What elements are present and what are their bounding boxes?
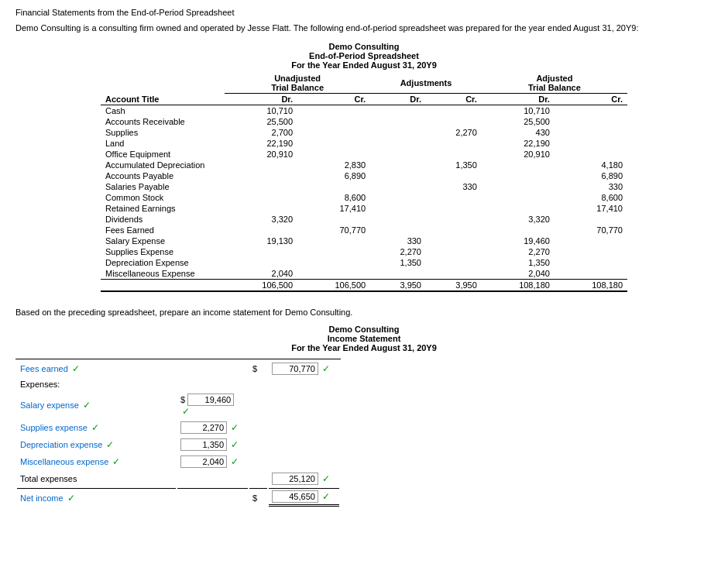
table-row: Accounts Payable6,8906,890 (101, 170, 627, 181)
total-expenses-input[interactable]: 25,120 (272, 473, 318, 485)
spreadsheet-subtitle: End-of-Period Spreadsheet (15, 51, 713, 60)
unadjusted-header: Unadjusted Trial Balance (225, 73, 370, 94)
depreciation-input[interactable]: 1,350 (180, 438, 227, 451)
net-income-label[interactable]: Net income (20, 493, 64, 503)
table-row: Depreciation Expense1,3501,350 (101, 257, 627, 268)
supplies-check: ✓ (91, 422, 99, 433)
spreadsheet-period: For the Year Ended August 31, 20Y9 (15, 60, 713, 70)
misc-value-check: ✓ (231, 456, 239, 467)
net-income-value-check: ✓ (322, 491, 330, 502)
income-company: Demo Consulting (15, 325, 713, 334)
depreciation-check: ✓ (106, 439, 114, 450)
misc-check: ✓ (112, 456, 120, 467)
table-row: Retained Earnings17,41017,410 (101, 203, 627, 214)
salary-label[interactable]: Salary expense (20, 400, 79, 410)
fees-earned-input[interactable]: 70,770 (272, 363, 318, 375)
table-row: Dividends3,3203,320 (101, 214, 627, 225)
salary-check: ✓ (83, 400, 91, 411)
table-row: Accounts Receivable25,50025,500 (101, 116, 627, 127)
table-row: Miscellaneous Expense2,0402,040 (101, 268, 627, 280)
supplies-row: Supplies expense ✓ 2,270 ✓ (17, 420, 339, 435)
misc-input[interactable]: 2,040 (180, 455, 227, 468)
net-income-check: ✓ (67, 493, 75, 504)
misc-label[interactable]: Miscellaneous expense (20, 457, 108, 466)
table-row: Fees Earned70,77070,770 (101, 225, 627, 235)
col-dr1: Dr. (225, 94, 297, 105)
expenses-label: Expenses: (17, 378, 339, 390)
depreciation-label[interactable]: Depreciation expense (20, 440, 102, 449)
salary-row: Salary expense ✓ $ 19,460 ✓ (17, 392, 339, 418)
total-expenses-label: Total expenses (17, 471, 176, 486)
net-income-input[interactable]: 45,650 (272, 490, 318, 503)
income-subtitle: Income Statement (15, 334, 713, 343)
table-row: Cash10,71010,710 (101, 105, 627, 117)
table-row: Accumulated Depreciation2,8301,3504,180 (101, 160, 627, 170)
salary-input[interactable]: 19,460 (187, 394, 234, 406)
fees-earned-row: Fees earned ✓ $ 70,770 ✓ (17, 361, 339, 376)
total-expenses-row: Total expenses 25,120 ✓ (17, 471, 339, 486)
adjusted-header: Adjusted Trial Balance (482, 73, 627, 94)
income-period: For the Year Ended August 31, 20Y9 (15, 343, 713, 352)
table-row: Supplies Expense2,2702,270 (101, 246, 627, 257)
col-cr1: Cr. (297, 94, 370, 105)
salary-dollar: $ (180, 395, 185, 404)
depreciation-row: Depreciation expense ✓ 1,350 ✓ (17, 437, 339, 452)
col-account: Account Title (101, 94, 225, 105)
table-row: Land22,19022,190 (101, 138, 627, 149)
totals-row: 106,500 106,500 3,950 3,950 108,180 108,… (101, 280, 627, 292)
expenses-label-row: Expenses: (17, 378, 339, 390)
net-income-dollar: $ (249, 488, 267, 507)
supplies-input[interactable]: 2,270 (180, 421, 227, 434)
table-row: Salary Expense19,13033019,460 (101, 235, 627, 246)
fees-value-check: ✓ (322, 363, 330, 374)
table-row: Supplies2,7002,270430 (101, 127, 627, 138)
page-title: Financial Statements from the End-of-Per… (15, 8, 713, 17)
adjustments-header: Adjustments (370, 73, 482, 94)
table-row: Common Stock8,6008,600 (101, 192, 627, 203)
misc-row: Miscellaneous expense ✓ 2,040 ✓ (17, 454, 339, 469)
net-income-row: Net income ✓ $ 45,650 ✓ (17, 488, 339, 507)
intro-text: Demo Consulting is a consulting firm own… (15, 23, 713, 33)
fees-dollar: $ (249, 361, 267, 376)
spreadsheet-company: Demo Consulting (15, 42, 713, 51)
total-expenses-check: ✓ (322, 473, 330, 484)
fees-earned-check: ✓ (72, 363, 80, 374)
depreciation-value-check: ✓ (231, 439, 239, 450)
table-row: Office Equipment20,91020,910 (101, 149, 627, 160)
col-dr2: Dr. (370, 94, 426, 105)
income-intro: Based on the preceding spreadsheet, prep… (15, 308, 713, 317)
supplies-label[interactable]: Supplies expense (20, 423, 88, 432)
col-cr2: Cr. (426, 94, 482, 105)
salary-value-check: ✓ (182, 406, 190, 417)
table-row: Salaries Payable330330 (101, 181, 627, 192)
supplies-value-check: ✓ (231, 422, 239, 433)
col-cr3: Cr. (555, 94, 627, 105)
col-dr3: Dr. (482, 94, 555, 105)
fees-earned-label[interactable]: Fees earned (20, 364, 68, 373)
